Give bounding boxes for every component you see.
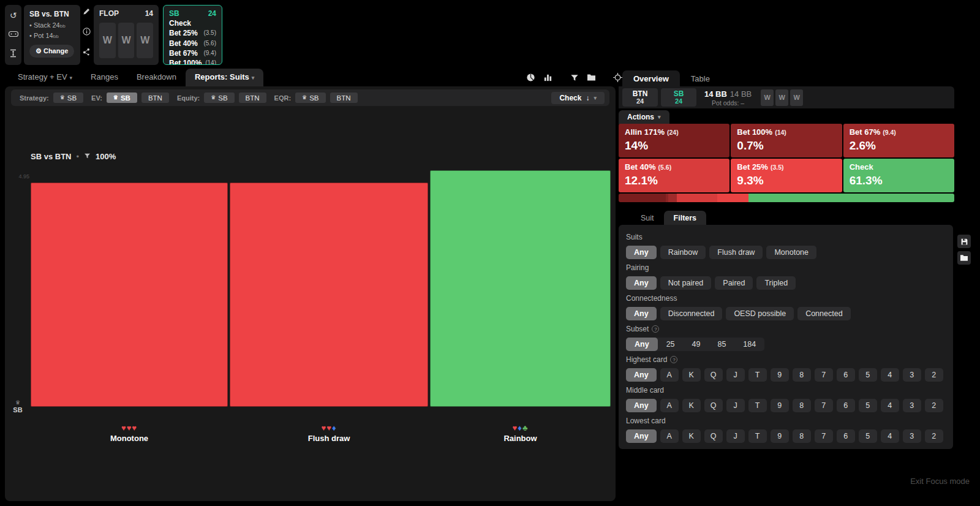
- filter-lowest-card-9[interactable]: 9: [771, 429, 789, 443]
- filter-middle-card-3[interactable]: 3: [903, 399, 921, 412]
- folder-icon[interactable]: [957, 251, 971, 265]
- filter-highest-card-5[interactable]: 5: [859, 368, 877, 382]
- tab-strategy-ev[interactable]: Strategy + EV▾: [9, 69, 81, 86]
- filter-connectedness-disconnected[interactable]: Disconnected: [660, 307, 723, 320]
- filter-connectedness-connected[interactable]: Connected: [797, 307, 850, 320]
- filter-middle-card-6[interactable]: 6: [837, 399, 855, 412]
- filter-lowest-card-2[interactable]: 2: [925, 429, 943, 443]
- filter-highest-card-j[interactable]: J: [726, 368, 745, 382]
- filter-middle-card-j[interactable]: J: [726, 399, 745, 412]
- tab-reports-suits[interactable]: Reports: Suits▾: [186, 69, 263, 86]
- filter-middle-card-4[interactable]: 4: [881, 399, 899, 412]
- bar-chart-icon[interactable]: [541, 72, 554, 83]
- metric-button-eqr-sb[interactable]: ♛SB: [295, 93, 325, 103]
- filter-middle-card-7[interactable]: 7: [815, 399, 833, 412]
- metric-button-equity-sb[interactable]: ♛SB: [204, 93, 234, 103]
- filter-highest-card-k[interactable]: K: [682, 368, 701, 382]
- filter-lowest-card-8[interactable]: 8: [793, 429, 811, 443]
- report-bar-flush-draw[interactable]: [230, 183, 428, 407]
- action-select-dropdown[interactable]: Check↓▾: [551, 92, 605, 104]
- filter-middle-card-t[interactable]: T: [748, 399, 767, 412]
- action-cell-allin-171[interactable]: Allin 171%(24)14%: [619, 124, 729, 157]
- filter-lowest-card-4[interactable]: 4: [881, 429, 899, 443]
- filter-subset-184[interactable]: 184: [734, 338, 764, 351]
- action-cell-check[interactable]: Check61.3%: [843, 159, 954, 192]
- card-placeholder[interactable]: W: [137, 23, 153, 58]
- filter-lowest-card-t[interactable]: T: [748, 429, 767, 443]
- metric-button-strategy-sb[interactable]: ♛SB: [53, 93, 83, 103]
- filter-middle-card-8[interactable]: 8: [793, 399, 811, 412]
- filter-suits-any[interactable]: Any: [626, 246, 657, 259]
- filter-highest-card-t[interactable]: T: [748, 368, 767, 382]
- filter-middle-card-5[interactable]: 5: [859, 399, 877, 412]
- filter-lowest-card-a[interactable]: A: [660, 429, 679, 443]
- filter-lowest-card-5[interactable]: 5: [859, 429, 877, 443]
- sb-action-row-bet-100[interactable]: Bet 100%(14): [169, 59, 216, 65]
- report-bar-rainbow[interactable]: [430, 170, 611, 407]
- pie-icon[interactable]: [524, 72, 537, 83]
- filter-highest-card-6[interactable]: 6: [837, 368, 855, 382]
- filter-suits-flush-draw[interactable]: Flush draw: [709, 246, 763, 259]
- filter-middle-card-a[interactable]: A: [660, 399, 679, 412]
- filter-middle-card-9[interactable]: 9: [771, 399, 789, 412]
- filter-subset-any[interactable]: Any: [626, 338, 658, 351]
- filter-lowest-card-j[interactable]: J: [726, 429, 745, 443]
- card-placeholder[interactable]: W: [775, 89, 788, 106]
- filter-suits-rainbow[interactable]: Rainbow: [660, 246, 706, 259]
- height-icon[interactable]: [9, 49, 17, 59]
- filter-middle-card-2[interactable]: 2: [925, 399, 943, 412]
- filter-lowest-card-7[interactable]: 7: [815, 429, 833, 443]
- help-icon[interactable]: ?: [670, 356, 677, 363]
- card-placeholder[interactable]: W: [118, 23, 135, 58]
- sb-action-row-bet-40[interactable]: Bet 40%(5.6): [169, 39, 216, 48]
- filter-highest-card-9[interactable]: 9: [771, 368, 789, 382]
- tab-table[interactable]: Table: [680, 70, 721, 88]
- filter-pairing-any[interactable]: Any: [626, 276, 657, 290]
- filter-pairing-paired[interactable]: Paired: [715, 276, 753, 290]
- filter-lowest-card-k[interactable]: K: [682, 429, 701, 443]
- filter-subset-25[interactable]: 25: [658, 338, 684, 351]
- sb-action-row-check[interactable]: Check: [169, 19, 216, 28]
- exit-focus-mode[interactable]: Exit Focus mode: [0, 477, 970, 486]
- report-bar-monotone[interactable]: [31, 183, 228, 407]
- filter-lowest-card-6[interactable]: 6: [837, 429, 855, 443]
- folder-icon[interactable]: [585, 72, 598, 83]
- filter-pairing-tripled[interactable]: Tripled: [756, 276, 796, 290]
- card-placeholder[interactable]: W: [99, 23, 116, 58]
- card-placeholder[interactable]: W: [790, 89, 803, 106]
- filter-lowest-card-3[interactable]: 3: [903, 429, 921, 443]
- filter-suits-monotone[interactable]: Monotone: [766, 246, 816, 259]
- filter-middle-card-q[interactable]: Q: [704, 399, 723, 412]
- help-icon[interactable]: ?: [652, 325, 659, 333]
- action-cell-bet-100[interactable]: Bet 100%(14)0.7%: [731, 124, 842, 157]
- sb-action-row-bet-67[interactable]: Bet 67%(9.4): [169, 49, 216, 58]
- tab-suit[interactable]: Suit: [631, 211, 664, 226]
- tab-breakdown[interactable]: Breakdown: [127, 69, 186, 86]
- action-cell-bet-25[interactable]: Bet 25%(3.5)9.3%: [731, 159, 842, 192]
- filter-highest-card-q[interactable]: Q: [704, 368, 723, 382]
- player-box-btn[interactable]: BTN24: [622, 88, 658, 107]
- filter-highest-card-3[interactable]: 3: [903, 368, 921, 382]
- metric-button-eqr-btn[interactable]: BTN: [330, 93, 358, 103]
- player-box-sb[interactable]: SB24: [661, 88, 696, 107]
- filter-highest-card-7[interactable]: 7: [815, 368, 833, 382]
- filter-lowest-card-any[interactable]: Any: [626, 429, 657, 443]
- card-placeholder[interactable]: W: [761, 89, 774, 106]
- filter-highest-card-4[interactable]: 4: [881, 368, 899, 382]
- tab-filters[interactable]: Filters: [664, 211, 707, 226]
- sb-action-row-bet-25[interactable]: Bet 25%(3.5): [169, 29, 216, 37]
- save-icon[interactable]: [957, 235, 971, 248]
- metric-button-equity-btn[interactable]: BTN: [239, 93, 266, 103]
- edit-icon[interactable]: [83, 7, 91, 17]
- actions-dropdown-tab[interactable]: Actions ▾: [619, 110, 669, 124]
- filter-icon[interactable]: [568, 72, 581, 83]
- filter-highest-card-8[interactable]: 8: [793, 368, 811, 382]
- filter-highest-card-2[interactable]: 2: [925, 368, 943, 382]
- reset-icon[interactable]: ↺: [10, 11, 17, 20]
- info-icon[interactable]: [83, 28, 91, 37]
- action-cell-bet-40[interactable]: Bet 40%(5.6)12.1%: [619, 159, 729, 192]
- action-cell-bet-67[interactable]: Bet 67%(9.4)2.6%: [843, 124, 954, 157]
- filter-highest-card-any[interactable]: Any: [626, 368, 657, 382]
- filter-middle-card-k[interactable]: K: [682, 399, 701, 412]
- filter-connectedness-any[interactable]: Any: [626, 307, 657, 320]
